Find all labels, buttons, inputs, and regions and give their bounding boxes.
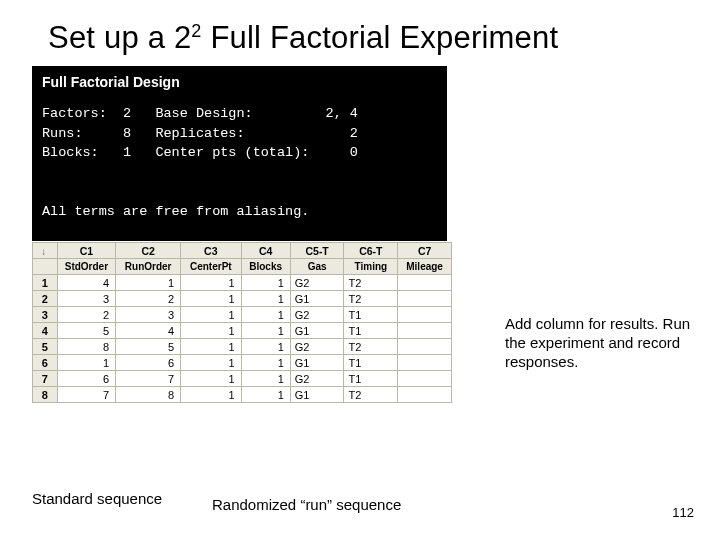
row-index: 3 xyxy=(33,307,58,323)
terminal-output: Full Factorial Design Factors: 2 Base De… xyxy=(32,66,447,241)
cell-runorder: 7 xyxy=(116,371,181,387)
table-row: 6 1 6 1 1 G1 T1 xyxy=(33,355,452,371)
table-row: 2 3 2 1 1 G1 T2 xyxy=(33,291,452,307)
title-exponent: 2 xyxy=(191,21,201,41)
cell-mileage xyxy=(398,275,452,291)
cell-mileage xyxy=(398,371,452,387)
cell-blocks: 1 xyxy=(241,339,290,355)
dropdown-icon: ↓ xyxy=(41,246,46,257)
col-label: CenterPt xyxy=(181,259,241,275)
cell-centerpt: 1 xyxy=(181,323,241,339)
col-header: C7 xyxy=(398,243,452,259)
cell-gas: G2 xyxy=(290,307,344,323)
caption-randomized-sequence: Randomized “run” sequence xyxy=(212,496,401,513)
col-label: Blocks xyxy=(241,259,290,275)
row-index: 6 xyxy=(33,355,58,371)
cell-blocks: 1 xyxy=(241,355,290,371)
row-index: 2 xyxy=(33,291,58,307)
cell-runorder: 3 xyxy=(116,307,181,323)
cell-mileage xyxy=(398,387,452,403)
table-header-row-1: ↓ C1 C2 C3 C4 C5-T C6-T C7 xyxy=(33,243,452,259)
cell-timing: T2 xyxy=(344,291,398,307)
cell-centerpt: 1 xyxy=(181,275,241,291)
cell-stdorder: 7 xyxy=(57,387,116,403)
cell-blocks: 1 xyxy=(241,387,290,403)
col-header: C1 xyxy=(57,243,116,259)
data-table-container: ↓ C1 C2 C3 C4 C5-T C6-T C7 StdOrder RunO… xyxy=(32,242,452,403)
col-header: C3 xyxy=(181,243,241,259)
slide: Set up a 22 Full Factorial Experiment Fu… xyxy=(0,0,720,540)
row-index: 1 xyxy=(33,275,58,291)
corner-cell xyxy=(33,259,58,275)
cell-runorder: 4 xyxy=(116,323,181,339)
title-pre: Set up a 2 xyxy=(48,20,191,55)
data-table: ↓ C1 C2 C3 C4 C5-T C6-T C7 StdOrder RunO… xyxy=(32,242,452,403)
cell-runorder: 5 xyxy=(116,339,181,355)
cell-centerpt: 1 xyxy=(181,355,241,371)
table-row: 3 2 3 1 1 G2 T1 xyxy=(33,307,452,323)
cell-stdorder: 1 xyxy=(57,355,116,371)
col-header: C4 xyxy=(241,243,290,259)
cell-blocks: 1 xyxy=(241,307,290,323)
col-label: StdOrder xyxy=(57,259,116,275)
cell-stdorder: 2 xyxy=(57,307,116,323)
table-row: 7 6 7 1 1 G2 T1 xyxy=(33,371,452,387)
row-index: 8 xyxy=(33,387,58,403)
col-label: Mileage xyxy=(398,259,452,275)
cell-centerpt: 1 xyxy=(181,371,241,387)
cell-blocks: 1 xyxy=(241,371,290,387)
page-number: 112 xyxy=(672,505,694,520)
cell-stdorder: 5 xyxy=(57,323,116,339)
cell-mileage xyxy=(398,355,452,371)
cell-centerpt: 1 xyxy=(181,387,241,403)
cell-gas: G1 xyxy=(290,355,344,371)
cell-stdorder: 4 xyxy=(57,275,116,291)
row-index: 7 xyxy=(33,371,58,387)
cell-runorder: 6 xyxy=(116,355,181,371)
table-row: 4 5 4 1 1 G1 T1 xyxy=(33,323,452,339)
cell-centerpt: 1 xyxy=(181,291,241,307)
cell-timing: T1 xyxy=(344,323,398,339)
cell-gas: G1 xyxy=(290,291,344,307)
terminal-header: Full Factorial Design xyxy=(42,74,437,90)
cell-gas: G1 xyxy=(290,323,344,339)
cell-timing: T1 xyxy=(344,371,398,387)
col-header: C5-T xyxy=(290,243,344,259)
cell-stdorder: 3 xyxy=(57,291,116,307)
cell-gas: G2 xyxy=(290,371,344,387)
table-row: 1 4 1 1 1 G2 T2 xyxy=(33,275,452,291)
cell-timing: T2 xyxy=(344,339,398,355)
terminal-body: Factors: 2 Base Design: 2, 4 Runs: 8 Rep… xyxy=(42,104,437,221)
cell-mileage xyxy=(398,291,452,307)
cell-blocks: 1 xyxy=(241,275,290,291)
cell-centerpt: 1 xyxy=(181,307,241,323)
cell-mileage xyxy=(398,323,452,339)
table-row: 8 7 8 1 1 G1 T2 xyxy=(33,387,452,403)
table-header-row-2: StdOrder RunOrder CenterPt Blocks Gas Ti… xyxy=(33,259,452,275)
row-index: 4 xyxy=(33,323,58,339)
cell-timing: T2 xyxy=(344,387,398,403)
col-header: C2 xyxy=(116,243,181,259)
cell-blocks: 1 xyxy=(241,291,290,307)
corner-cell: ↓ xyxy=(33,243,58,259)
cell-timing: T1 xyxy=(344,355,398,371)
cell-timing: T2 xyxy=(344,275,398,291)
cell-runorder: 1 xyxy=(116,275,181,291)
instruction-note: Add column for results. Run the experime… xyxy=(505,315,705,371)
cell-stdorder: 6 xyxy=(57,371,116,387)
cell-runorder: 2 xyxy=(116,291,181,307)
cell-blocks: 1 xyxy=(241,323,290,339)
cell-timing: T1 xyxy=(344,307,398,323)
cell-stdorder: 8 xyxy=(57,339,116,355)
col-label: RunOrder xyxy=(116,259,181,275)
table-row: 5 8 5 1 1 G2 T2 xyxy=(33,339,452,355)
cell-gas: G1 xyxy=(290,387,344,403)
page-title: Set up a 22 Full Factorial Experiment xyxy=(48,20,720,56)
caption-standard-sequence: Standard sequence xyxy=(32,490,162,507)
col-label: Gas xyxy=(290,259,344,275)
col-header: C6-T xyxy=(344,243,398,259)
cell-mileage xyxy=(398,307,452,323)
title-post: Full Factorial Experiment xyxy=(202,20,559,55)
row-index: 5 xyxy=(33,339,58,355)
cell-runorder: 8 xyxy=(116,387,181,403)
